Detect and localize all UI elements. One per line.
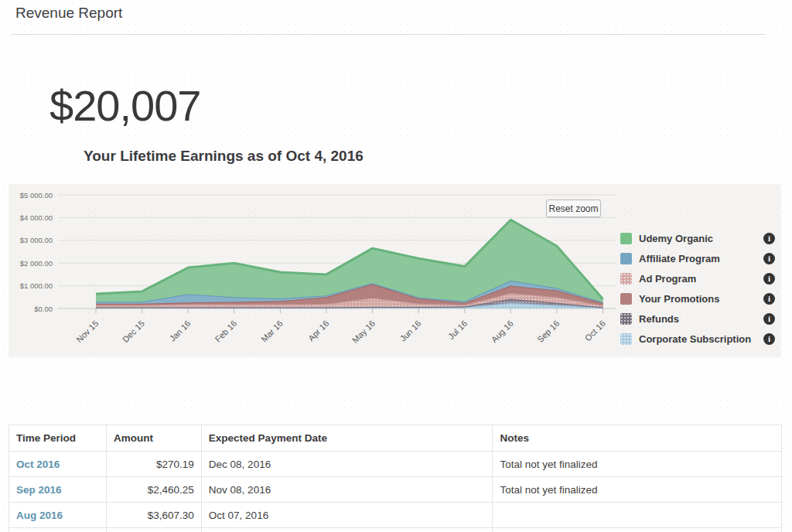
notes-cell: Total not yet finalized xyxy=(493,477,782,503)
table-row-partial xyxy=(9,528,782,532)
payments-table-header: Time PeriodAmountExpected Payment DateNo… xyxy=(9,425,782,452)
legend-swatch xyxy=(620,253,632,264)
time-period-link[interactable]: Oct 2016 xyxy=(16,459,60,470)
y-axis-tick-label: $3 000.00 xyxy=(20,236,53,244)
legend-item-affiliate-program[interactable]: Affiliate Programi xyxy=(620,248,775,268)
payments-table: Time PeriodAmountExpected Payment DateNo… xyxy=(9,425,782,532)
info-icon[interactable]: i xyxy=(763,313,775,325)
table-row: Oct 2016$270.19Dec 08, 2016Total not yet… xyxy=(9,452,782,477)
y-axis-tick-label: $4 000.00 xyxy=(20,213,53,222)
x-axis-tick-label: Jun 16 xyxy=(398,319,423,343)
amount-cell: $3,607.30 xyxy=(106,503,201,528)
y-axis-tick-label: $0.00 xyxy=(34,305,53,313)
payments-table-body: Oct 2016$270.19Dec 08, 2016Total not yet… xyxy=(9,452,782,532)
info-icon[interactable]: i xyxy=(763,333,775,345)
amount-cell: $2,460.25 xyxy=(106,477,201,503)
chart-legend: Udemy OrganiciAffiliate ProgramiAd Progr… xyxy=(620,228,775,349)
legend-item-your-promotions[interactable]: Your Promotionsi xyxy=(620,288,775,309)
y-axis-tick-label: $2 000.00 xyxy=(20,259,53,268)
reset-zoom-button[interactable]: Reset zoom xyxy=(546,200,601,217)
table-row: Sep 2016$2,460.25Nov 08, 2016Total not y… xyxy=(9,477,782,503)
notes-cell xyxy=(493,503,782,528)
info-icon[interactable]: i xyxy=(763,293,775,305)
time-period-link[interactable]: Sep 2016 xyxy=(16,484,62,496)
column-header-notes: Notes xyxy=(493,425,782,452)
legend-item-udemy-organic[interactable]: Udemy Organici xyxy=(620,228,775,248)
empty-cell xyxy=(493,528,782,532)
empty-cell xyxy=(106,528,201,532)
x-axis-tick-label: Feb 16 xyxy=(213,319,239,344)
info-icon[interactable]: i xyxy=(763,273,775,285)
legend-swatch xyxy=(620,233,632,244)
time-period-link[interactable]: Aug 2016 xyxy=(16,510,63,521)
legend-label: Ad Program xyxy=(639,273,696,285)
legend-item-refunds[interactable]: Refundsi xyxy=(620,309,775,329)
expected-payment-date-cell: Nov 08, 2016 xyxy=(201,477,493,503)
notes-cell: Total not yet finalized xyxy=(493,452,782,477)
header-divider xyxy=(11,34,766,35)
legend-swatch xyxy=(620,293,632,305)
x-axis-tick-label: Jul 16 xyxy=(446,319,469,341)
info-icon[interactable]: i xyxy=(763,233,775,244)
x-axis-tick-label: Aug 16 xyxy=(490,319,515,344)
legend-label: Your Promotions xyxy=(639,293,719,305)
x-axis-tick-label: Jan 16 xyxy=(168,319,193,343)
legend-item-ad-program[interactable]: Ad Programi xyxy=(620,268,775,288)
legend-label: Refunds xyxy=(639,313,679,325)
legend-label: Udemy Organic xyxy=(639,233,713,244)
y-axis-tick-label: $1 000.00 xyxy=(20,281,53,290)
column-header-amount: Amount xyxy=(106,425,201,452)
revenue-chart-panel: $5 000.00$4 000.00$3 000.00$2 000.00$1 0… xyxy=(9,184,781,357)
x-axis-tick-label: Apr 16 xyxy=(306,319,330,343)
table-row: Aug 2016$3,607.30Oct 07, 2016 xyxy=(9,503,782,528)
column-header-time-period: Time Period xyxy=(9,425,107,452)
info-icon[interactable]: i xyxy=(763,253,775,264)
x-axis-tick-label: Nov 15 xyxy=(74,319,100,344)
expected-payment-date-cell: Dec 08, 2016 xyxy=(201,452,493,477)
x-axis-tick-label: Dec 15 xyxy=(121,319,146,344)
x-axis-tick-label: Oct 16 xyxy=(583,319,607,343)
legend-swatch xyxy=(620,333,632,345)
column-header-expected-payment-date: Expected Payment Date xyxy=(201,425,493,452)
x-axis-tick-label: Mar 16 xyxy=(259,319,285,344)
legend-swatch xyxy=(620,313,632,325)
amount-cell: $270.19 xyxy=(106,452,201,477)
x-axis-tick-label: Sep 16 xyxy=(535,319,561,344)
x-axis-tick-label: May 16 xyxy=(350,319,377,345)
legend-label: Affiliate Program xyxy=(639,253,720,264)
empty-cell xyxy=(9,528,107,532)
empty-cell xyxy=(201,528,493,532)
legend-item-corporate-subscription[interactable]: Corporate Subscriptioni xyxy=(620,329,775,349)
page-title: Revenue Report xyxy=(15,5,122,22)
lifetime-earnings-caption: Your Lifetime Earnings as of Oct 4, 2016 xyxy=(84,148,364,165)
expected-payment-date-cell: Oct 07, 2016 xyxy=(201,503,493,528)
legend-swatch xyxy=(620,273,632,285)
legend-label: Corporate Subscription xyxy=(639,333,751,345)
lifetime-earnings-amount: $20,007 xyxy=(50,80,200,131)
y-axis-tick-label: $5 000.00 xyxy=(20,191,53,200)
